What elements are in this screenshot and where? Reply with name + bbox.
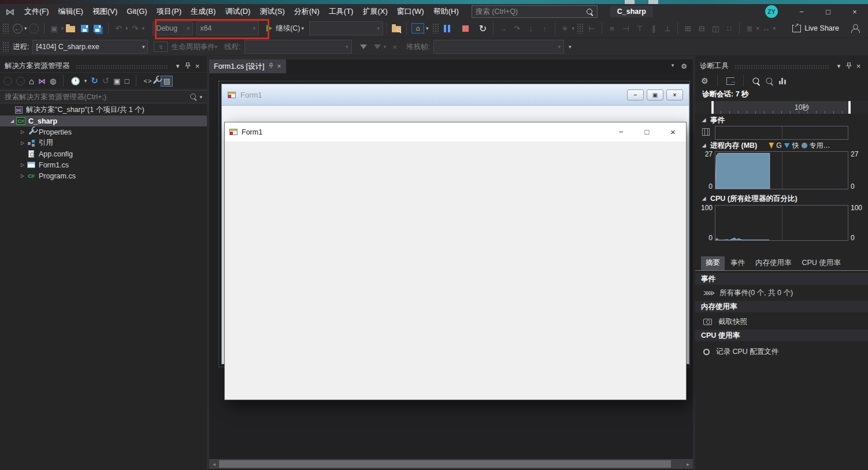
break-all-button[interactable] [440, 21, 454, 36]
stop-debugging-button[interactable] [459, 21, 473, 36]
feedback-button[interactable] [848, 21, 862, 36]
menu-file[interactable]: 文件(F) [20, 4, 54, 19]
diagnostic-tools-header[interactable]: 诊断工具 ▾ × [695, 59, 868, 72]
close-icon[interactable]: × [192, 61, 202, 70]
running-form-window[interactable]: Form1 − □ × [224, 122, 687, 400]
tree-item-references[interactable]: ▷ 引用 [0, 137, 207, 148]
tab-cpu-usage[interactable]: CPU 使用率 [797, 256, 845, 270]
menu-debug[interactable]: 调试(D) [220, 4, 255, 19]
timeline-start-marker[interactable] [711, 101, 714, 114]
cpu-section-header[interactable]: CPU (所有处理器的百分比) [695, 193, 868, 204]
menu-build[interactable]: 生成(B) [186, 4, 220, 19]
solution-search-input[interactable] [5, 93, 190, 101]
close-icon[interactable]: × [277, 62, 281, 70]
minimize-button[interactable]: − [608, 122, 634, 141]
menu-test[interactable]: 测试(S) [255, 4, 289, 19]
scroll-left-arrow[interactable]: ◂ [209, 461, 219, 467]
process-dropdown[interactable]: [4104] C_sharp.exe ▾ [32, 40, 148, 54]
menu-extensions[interactable]: 扩展(X) [358, 4, 392, 19]
quick-search-input[interactable] [476, 8, 586, 16]
design-form-titlebar[interactable]: Form1 − ▣ × [222, 84, 689, 106]
menu-git[interactable]: Git(G) [122, 4, 151, 19]
switch-views-icon[interactable]: ⋈ [38, 77, 46, 85]
record-cpu-profile-link[interactable]: 记录 CPU 配置文件 [695, 345, 868, 359]
save-all-button[interactable] [91, 21, 105, 36]
export-icon[interactable] [726, 77, 735, 85]
menu-window[interactable]: 窗口(W) [392, 4, 429, 19]
events-section-header[interactable]: 事件 [695, 115, 868, 125]
window-position-icon[interactable]: ▾ [834, 61, 844, 70]
zoom-out-icon[interactable] [766, 77, 773, 85]
refresh-icon[interactable]: ↻ [91, 76, 98, 86]
stackframe-dropdown[interactable]: ▾ [433, 40, 564, 54]
browser-preview-button[interactable]: ⌂ [410, 21, 426, 36]
take-snapshot-link[interactable]: 截取快照 [695, 315, 868, 329]
close-button[interactable]: × [660, 122, 686, 141]
find-in-files-button[interactable] [390, 21, 403, 36]
toolbar-grip[interactable] [2, 23, 9, 33]
pin-icon[interactable] [183, 61, 192, 70]
window-close-button[interactable]: × [841, 4, 868, 19]
solution-platform-dropdown[interactable]: x64 ▾ [196, 21, 259, 35]
tree-item-solution[interactable]: ⋈ 解决方案"C_sharp"(1 个项目/共 1 个) [0, 105, 207, 115]
sync-selection-icon[interactable]: □ [125, 77, 129, 85]
menu-tools[interactable]: 工具(T) [324, 4, 358, 19]
menu-edit[interactable]: 编辑(E) [54, 4, 88, 19]
window-maximize-button[interactable]: □ [815, 4, 841, 19]
threads-dropdown[interactable]: ▾ [244, 40, 352, 54]
tree-item-programcs[interactable]: ▷ C# Program.cs [0, 170, 207, 181]
pending-changes-filter-icon[interactable]: 🕐 [71, 77, 80, 85]
window-position-icon[interactable]: ▾ [173, 61, 183, 70]
window-minimize-button[interactable]: − [788, 4, 815, 19]
timeline-ruler[interactable]: 10秒 [695, 101, 868, 114]
tree-item-properties[interactable]: ▷ Properties [0, 126, 207, 137]
tab-form1-designer[interactable]: Form1.cs [设计] × [209, 59, 286, 73]
open-file-button[interactable] [64, 21, 77, 36]
tab-memory-usage[interactable]: 内存使用率 [751, 256, 796, 270]
chart-report-icon[interactable] [779, 77, 787, 84]
show-all-files-toggle[interactable]: ▤ [161, 76, 172, 87]
toolbar-overflow-icon[interactable]: ▾ [569, 44, 572, 50]
close-button[interactable]: × [666, 89, 683, 100]
sync-with-active-document-icon[interactable]: ◍ [50, 77, 56, 85]
properties-icon[interactable] [155, 78, 157, 84]
chevron-right-icon[interactable]: ▷ [18, 173, 27, 178]
chevron-down-icon[interactable]: ▾ [199, 94, 202, 100]
zoom-in-icon[interactable] [752, 77, 760, 85]
gear-icon[interactable]: ⚙ [701, 76, 709, 85]
quick-search-box[interactable] [472, 5, 598, 18]
tree-item-appconfig[interactable]: App.config [0, 148, 207, 159]
menu-help[interactable]: 帮助(H) [429, 4, 463, 19]
tab-events[interactable]: 事件 [726, 256, 750, 270]
startup-target-dropdown[interactable]: ▾ [309, 21, 383, 35]
filter-threads-button[interactable] [357, 39, 370, 54]
toolbar-grip[interactable] [432, 23, 439, 33]
home-icon[interactable]: ⌂ [29, 76, 34, 86]
scroll-right-arrow[interactable]: ▸ [683, 461, 693, 467]
expander-expanded-icon[interactable]: ◢ [8, 118, 16, 124]
navigate-back-button[interactable]: ← [10, 21, 24, 36]
tab-summary[interactable]: 摘要 [701, 256, 725, 270]
chevron-right-icon[interactable]: ▷ [18, 129, 27, 135]
chevron-down-icon[interactable]: ▾ [426, 25, 429, 31]
tree-item-form1cs[interactable]: ▷ Form1.cs [0, 159, 207, 170]
menu-view[interactable]: 视图(V) [88, 4, 122, 19]
solution-explorer-header[interactable]: 解决方案资源管理器 ▾ × [0, 59, 207, 72]
gear-icon[interactable]: ⚙ [681, 62, 687, 70]
timeline-end-marker[interactable] [848, 101, 851, 114]
continue-button[interactable]: 继续(C) ▾ [265, 21, 306, 36]
document-list-chevron-icon[interactable]: ▾ [672, 62, 674, 70]
toolbar-grip[interactable] [2, 42, 9, 52]
horizontal-scrollbar[interactable]: ◂ ▸ [209, 459, 693, 469]
scrollbar-thumb[interactable] [219, 460, 671, 468]
save-button[interactable] [77, 21, 91, 36]
collapse-all-icon[interactable]: ▣ [113, 77, 120, 85]
menu-project[interactable]: 项目(P) [152, 4, 186, 19]
toolbar-grip[interactable] [577, 23, 584, 33]
live-share-button[interactable]: Live Share [791, 21, 841, 36]
chevron-right-icon[interactable]: ▷ [18, 162, 27, 167]
restart-button[interactable]: ↻ [476, 21, 490, 36]
tree-item-project-csharp[interactable]: ◢ C# C_sharp [0, 115, 207, 126]
maximize-button[interactable]: □ [634, 122, 660, 141]
menu-analyze[interactable]: 分析(N) [290, 4, 324, 19]
